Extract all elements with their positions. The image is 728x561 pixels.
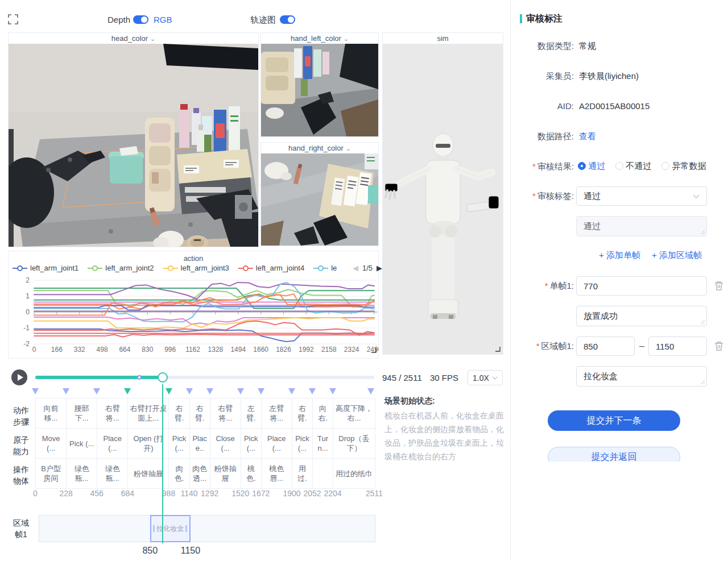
- region-track[interactable]: [39, 515, 375, 542]
- timeline-marker-icon[interactable]: [206, 388, 213, 394]
- step-cell-action[interactable]: 腰部下...: [67, 398, 97, 428]
- step-cell-action[interactable]: 右臂将...: [210, 398, 241, 428]
- resize-corner-icon[interactable]: [700, 230, 705, 235]
- step-cell-action[interactable]: 右臂.: [292, 398, 313, 428]
- region-end-label: 1150: [181, 546, 200, 556]
- timeline-marker-icon[interactable]: [32, 388, 39, 394]
- step-cell-action[interactable]: 右臂.: [190, 398, 210, 428]
- radio-pass[interactable]: 通过: [578, 161, 605, 172]
- submit-next-button[interactable]: 提交并下一条: [548, 410, 680, 431]
- region-start-input[interactable]: 850: [576, 336, 635, 356]
- step-cell-object[interactable]: 桃色.: [241, 459, 262, 488]
- y-tick-label: 1: [26, 292, 30, 300]
- step-cell-skill[interactable]: Place..: [190, 429, 210, 458]
- delete-region-frame-icon[interactable]: [714, 341, 723, 351]
- progress-handle[interactable]: [158, 372, 168, 383]
- step-cell-object[interactable]: 桃色唇...: [262, 459, 292, 488]
- step-cell-action[interactable]: 右臂.: [169, 398, 189, 428]
- timeline-marker-icon[interactable]: [237, 388, 244, 394]
- frame-scale-label: 1900: [283, 489, 300, 498]
- step-cell-skill[interactable]: Pick (...: [292, 429, 313, 458]
- step-cell-action[interactable]: 向前移...: [36, 398, 67, 428]
- single-frame-label: *单帧1:: [511, 281, 574, 292]
- y-tick-label: -2: [23, 340, 30, 348]
- chevron-down-icon: [693, 194, 700, 198]
- timeline-marker-icon[interactable]: [258, 388, 264, 394]
- review-result-group: 通过 不通过 异常数据: [578, 161, 706, 172]
- step-cell-action[interactable]: 左臂将...: [262, 398, 292, 428]
- step-cell-object[interactable]: 用过.: [292, 459, 313, 488]
- step-cell-object[interactable]: [313, 459, 333, 488]
- delete-single-frame-icon[interactable]: [714, 281, 723, 290]
- resize-handle-icon[interactable]: [495, 346, 500, 352]
- head-camera-title[interactable]: head_color⌄: [9, 33, 258, 44]
- step-cell-skill[interactable]: Close (...: [210, 429, 241, 458]
- region-segment[interactable]: 拉化妆盒: [150, 515, 191, 542]
- speed-select[interactable]: 1.0X: [468, 370, 503, 385]
- step-cell-action[interactable]: 左臂.: [241, 398, 262, 428]
- timeline-marker-icon[interactable]: [288, 388, 295, 394]
- region-frame-desc[interactable]: 拉化妆盒: [576, 366, 707, 387]
- hand-right-camera-title[interactable]: hand_right_color⌄: [261, 143, 378, 153]
- timeline-marker-icon[interactable]: [309, 388, 316, 394]
- timeline-marker-icon[interactable]: [186, 388, 193, 394]
- required-star: *: [532, 161, 536, 171]
- step-cell-skill[interactable]: Move (...: [36, 429, 67, 458]
- fullscreen-icon[interactable]: [8, 14, 18, 24]
- region-handle-right[interactable]: [185, 525, 187, 532]
- step-cell-skill[interactable]: Drop（丢下）: [333, 429, 375, 458]
- hand-left-camera-title[interactable]: hand_left_color⌄: [261, 33, 378, 44]
- step-cell-skill[interactable]: Place (...: [97, 429, 128, 458]
- trajectory-toggle[interactable]: [280, 15, 295, 24]
- required-star: *: [536, 341, 540, 351]
- timeline-marker-icon[interactable]: [124, 388, 131, 394]
- chevron-down-icon: ⌄: [344, 35, 349, 42]
- review-tag-note[interactable]: 通过: [576, 216, 707, 236]
- resize-corner-icon[interactable]: [700, 319, 705, 325]
- radio-fail[interactable]: 不通过: [615, 161, 651, 172]
- step-cell-object[interactable]: 用过的纸巾: [333, 459, 375, 488]
- timeline-marker-icon[interactable]: [63, 388, 69, 394]
- step-cell-object[interactable]: 绿色瓶...: [97, 459, 128, 488]
- row-header-action: 动作步骤: [13, 405, 30, 427]
- region-handle-left[interactable]: [153, 525, 155, 532]
- depth-rgb-toggle[interactable]: [133, 15, 148, 24]
- timeline-marker-icon[interactable]: [166, 388, 172, 394]
- single-frame-input[interactable]: 770: [576, 276, 707, 296]
- step-cell-skill[interactable]: Turn...: [313, 429, 333, 458]
- steps-row-object: B户型房间绿色瓶...绿色瓶...粉饼抽屉肉色.肉色透...粉饼抽屉桃色.桃色唇…: [36, 458, 375, 488]
- frame-counter: 945 / 2511: [382, 373, 422, 383]
- frame-scale-label: 1520: [231, 489, 249, 498]
- review-tag-select[interactable]: 通过: [576, 186, 707, 206]
- radio-abnormal[interactable]: 异常数据: [661, 161, 706, 172]
- x-tick-label: 498: [97, 346, 108, 354]
- y-tick-label: -1: [23, 324, 30, 332]
- add-single-frame-link[interactable]: + 添加单帧: [599, 250, 640, 261]
- step-cell-skill[interactable]: Place (...: [262, 429, 292, 458]
- step-cell-skill[interactable]: Pick (...: [169, 429, 189, 458]
- step-cell-object[interactable]: 肉色.: [169, 459, 189, 488]
- submit-return-button[interactable]: 提交并返回: [548, 447, 680, 462]
- timeline-marker-icon[interactable]: [367, 388, 374, 394]
- single-frame-desc[interactable]: 放置成功: [576, 306, 707, 326]
- add-region-frame-link[interactable]: + 添加区域帧: [652, 250, 702, 261]
- step-cell-action[interactable]: 右臂将...: [97, 398, 128, 428]
- step-cell-object[interactable]: 绿色瓶...: [67, 459, 97, 488]
- timeline-marker-icon[interactable]: [329, 388, 336, 394]
- step-cell-action[interactable]: 高度下降，右...: [333, 398, 375, 428]
- step-cell-object[interactable]: 肉色透...: [190, 459, 210, 488]
- frame-scale-label: 1672: [252, 489, 270, 498]
- step-cell-action[interactable]: 向右.: [313, 398, 333, 428]
- step-cell-skill[interactable]: Pick (...: [67, 429, 97, 458]
- speed-value: 1.0X: [473, 373, 489, 383]
- play-button[interactable]: [11, 369, 27, 385]
- timeline-marker-icon[interactable]: [93, 388, 100, 394]
- resize-handle-icon[interactable]: [371, 347, 377, 353]
- single-frame-dot[interactable]: [137, 375, 142, 380]
- resize-corner-icon[interactable]: [700, 380, 705, 385]
- region-end-input[interactable]: 1150: [648, 336, 707, 356]
- data-path-link[interactable]: 查看: [579, 131, 596, 142]
- step-cell-skill[interactable]: Pick (...: [241, 429, 262, 458]
- step-cell-object[interactable]: 粉饼抽屉: [210, 459, 241, 488]
- step-cell-object[interactable]: B户型房间: [36, 459, 67, 488]
